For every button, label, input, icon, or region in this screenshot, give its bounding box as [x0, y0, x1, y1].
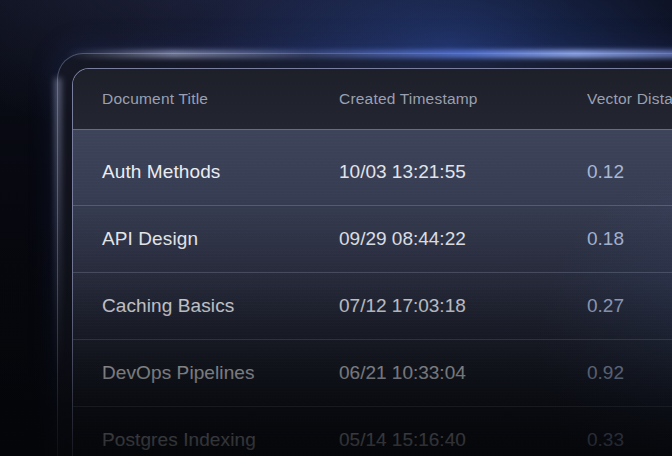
document-title-cell: Auth Methods — [73, 161, 339, 183]
created-timestamp-cell: 07/12 17:03:18 — [339, 295, 587, 317]
documents-glass-panel: Document Title Created Timestamp Vector … — [57, 53, 672, 456]
vector-distance-cell: 0.92 — [587, 362, 672, 384]
panel-left-edge-highlight — [55, 78, 61, 378]
created-timestamp-cell: 10/03 13:21:55 — [339, 161, 587, 183]
vector-distance-cell: 0.18 — [587, 228, 672, 250]
documents-table: Document Title Created Timestamp Vector … — [72, 68, 672, 456]
document-title-cell: Caching Basics — [73, 295, 339, 317]
column-header-document-title: Document Title — [73, 90, 339, 108]
created-timestamp-cell: 09/29 08:44:22 — [339, 228, 587, 250]
table-header-row: Document Title Created Timestamp Vector … — [73, 69, 672, 130]
document-title-cell: API Design — [73, 228, 339, 250]
panel-top-edge-highlight — [66, 50, 672, 58]
table-row-caching-basics[interactable]: Caching Basics 07/12 17:03:18 0.27 — [73, 273, 672, 340]
document-title-cell: DevOps Pipelines — [73, 362, 339, 384]
column-header-vector-distance: Vector Distance — [587, 90, 672, 108]
created-timestamp-cell: 05/14 15:16:40 — [339, 429, 587, 451]
vector-distance-cell: 0.12 — [587, 161, 672, 183]
table-row-auth-methods[interactable]: Auth Methods 10/03 13:21:55 0.12 — [73, 139, 672, 206]
table-body: Auth Methods 10/03 13:21:55 0.12 API Des… — [73, 130, 672, 456]
vector-distance-cell: 0.33 — [587, 429, 672, 451]
screenshot-viewport: Document Title Created Timestamp Vector … — [0, 0, 672, 456]
document-title-cell: Postgres Indexing — [73, 429, 339, 451]
created-timestamp-cell: 06/21 10:33:04 — [339, 362, 587, 384]
table-row-api-design[interactable]: API Design 09/29 08:44:22 0.18 — [73, 206, 672, 273]
table-row-postgres-indexing[interactable]: Postgres Indexing 05/14 15:16:40 0.33 — [73, 407, 672, 456]
column-header-created-timestamp: Created Timestamp — [339, 90, 587, 108]
table-row-devops-pipelines[interactable]: DevOps Pipelines 06/21 10:33:04 0.92 — [73, 340, 672, 407]
vector-distance-cell: 0.27 — [587, 295, 672, 317]
